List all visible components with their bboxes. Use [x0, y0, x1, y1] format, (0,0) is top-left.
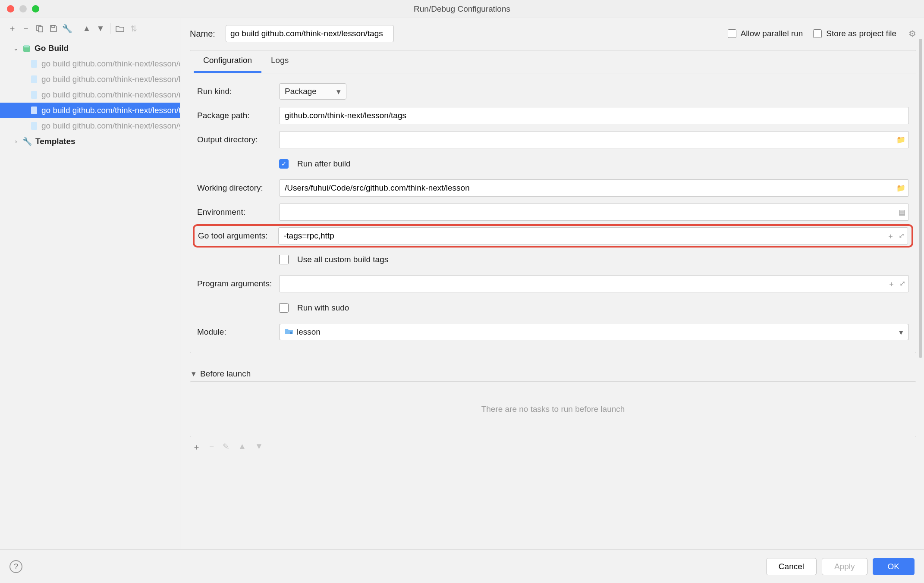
package-path-label: Package path: [197, 111, 275, 120]
separator [110, 23, 110, 34]
program-args-input[interactable] [279, 275, 909, 292]
window-minimize-button[interactable] [19, 5, 27, 13]
window-close-button[interactable] [7, 5, 14, 13]
move-down-icon[interactable]: ▼ [94, 22, 107, 34]
plus-icon[interactable]: ＋ [888, 279, 895, 289]
tree-item[interactable]: go build github.com/think-next/lesson/y [0, 118, 180, 134]
module-select[interactable]: lesson ▾ [279, 324, 909, 340]
working-dir-input[interactable] [279, 179, 909, 197]
move-task-up-icon[interactable]: ▲ [238, 442, 246, 453]
plus-icon[interactable]: ＋ [887, 231, 894, 241]
add-config-icon[interactable]: ＋ [6, 22, 18, 34]
cancel-button[interactable]: Cancel [766, 558, 817, 575]
select-value: Package [285, 87, 317, 96]
config-file-icon [30, 106, 38, 115]
list-icon[interactable]: ▤ [899, 208, 905, 217]
folder-icon[interactable]: 📁 [896, 135, 905, 144]
output-dir-input[interactable] [279, 131, 909, 148]
tree-item-label: go build github.com/think-next/lesson/y [41, 121, 180, 131]
svg-rect-4 [24, 45, 29, 47]
move-task-down-icon[interactable]: ▼ [255, 442, 263, 453]
move-up-icon[interactable]: ▲ [81, 22, 93, 34]
run-kind-select[interactable]: Package ▾ [279, 83, 346, 100]
tab-logs[interactable]: Logs [261, 50, 298, 73]
store-as-project-file-checkbox[interactable]: Store as project file [813, 29, 896, 38]
copy-config-icon[interactable] [34, 22, 46, 34]
main-panel: Name: Allow parallel run Store as projec… [180, 18, 924, 549]
module-folder-icon [285, 327, 293, 337]
titlebar: Run/Debug Configurations [0, 0, 924, 18]
tree-item[interactable]: go build github.com/think-next/lesson/n [0, 87, 180, 103]
go-tool-args-input[interactable] [278, 227, 908, 244]
remove-config-icon[interactable]: − [20, 22, 32, 34]
wrench-icon[interactable]: 🔧 [61, 22, 73, 34]
go-tool-args-row-highlighted: Go tool arguments: ＋ ⤢ [193, 224, 913, 248]
checkbox-label: Run after build [297, 159, 351, 169]
footer: ? Cancel Apply OK [0, 549, 924, 583]
allow-parallel-checkbox[interactable]: Allow parallel run [728, 29, 803, 38]
tree-item[interactable]: go build github.com/think-next/lesson/c [0, 56, 180, 72]
tree-group-label: Go Build [35, 44, 69, 53]
checkbox-input[interactable] [813, 29, 822, 38]
tree-group-go-build[interactable]: ⌄ Go Build [0, 41, 180, 56]
config-file-icon [30, 91, 38, 99]
config-file-icon [30, 75, 38, 84]
help-icon[interactable]: ? [9, 560, 22, 573]
working-dir-label: Working directory: [197, 183, 275, 193]
tab-configuration[interactable]: Configuration [194, 50, 261, 73]
checkbox-input[interactable] [728, 29, 736, 38]
remove-task-icon[interactable]: − [209, 442, 214, 453]
package-path-input[interactable] [279, 107, 909, 124]
expand-icon[interactable]: ⤢ [899, 279, 905, 289]
svg-rect-1 [38, 27, 43, 32]
environment-input[interactable] [279, 204, 909, 221]
apply-button[interactable]: Apply [822, 558, 867, 575]
run-with-sudo-checkbox[interactable] [279, 303, 289, 313]
checkbox-label: Run with sudo [297, 303, 349, 313]
sidebar-toolbar: ＋ − 🔧 ▲ ▼ ⇅ [0, 18, 180, 39]
config-tree: ⌄ Go Build go build github.com/think-nex… [0, 39, 180, 549]
window-maximize-button[interactable] [32, 5, 39, 13]
output-dir-label: Output directory: [197, 135, 275, 144]
use-all-custom-tags-checkbox[interactable] [279, 255, 289, 264]
svg-rect-10 [290, 332, 292, 334]
sort-icon[interactable]: ⇅ [128, 22, 140, 34]
before-launch-header[interactable]: ▾ Before launch [190, 366, 916, 381]
tree-item-label: go build github.com/think-next/lesson/h [41, 75, 180, 84]
program-args-label: Program arguments: [197, 279, 275, 288]
chevron-right-icon: › [12, 138, 20, 145]
svg-rect-8 [31, 107, 37, 114]
run-kind-label: Run kind: [197, 87, 275, 96]
save-config-icon[interactable] [47, 22, 60, 34]
tree-item-label: go build github.com/think-next/lesson/n [41, 90, 180, 100]
add-task-icon[interactable]: ＋ [192, 442, 201, 453]
svg-rect-9 [31, 122, 37, 130]
separator [77, 23, 77, 34]
scrollbar[interactable] [919, 39, 922, 358]
before-launch-title: Before launch [200, 369, 251, 379]
go-build-group-icon [22, 44, 31, 53]
chevron-down-icon: ▾ [336, 87, 341, 97]
tree-item-selected[interactable]: go build github.com/think-next/lesson/t [0, 103, 180, 118]
checkbox-label: Store as project file [826, 29, 896, 38]
expand-icon[interactable]: ⤢ [899, 231, 905, 241]
gear-icon[interactable]: ⚙ [908, 28, 916, 39]
run-after-build-checkbox[interactable]: ✓ [279, 159, 289, 169]
edit-task-icon[interactable]: ✎ [223, 442, 229, 453]
module-label: Module: [197, 327, 275, 337]
tree-group-templates[interactable]: › 🔧 Templates [0, 134, 180, 149]
sidebar: ＋ − 🔧 ▲ ▼ ⇅ ⌄ Go Build [0, 18, 180, 549]
chevron-down-icon: ⌄ [12, 45, 20, 52]
folder-move-icon[interactable] [114, 22, 126, 34]
config-file-icon [30, 60, 38, 68]
window-title: Run/Debug Configurations [414, 4, 510, 14]
checkbox-label: Allow parallel run [741, 29, 803, 38]
name-input[interactable] [226, 25, 394, 42]
wrench-icon: 🔧 [22, 137, 32, 146]
environment-label: Environment: [197, 207, 275, 217]
ok-button[interactable]: OK [873, 558, 915, 575]
folder-icon[interactable]: 📁 [896, 184, 905, 193]
tree-item[interactable]: go build github.com/think-next/lesson/h [0, 72, 180, 87]
go-tool-args-label: Go tool arguments: [198, 231, 274, 241]
name-label: Name: [190, 29, 215, 39]
